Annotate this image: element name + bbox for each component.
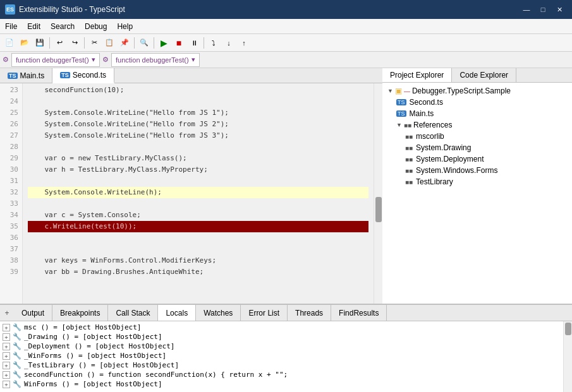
ts-icon-main: TS: [8, 73, 18, 79]
undo-button[interactable]: ↩: [52, 36, 66, 50]
scrollbar-thumb[interactable]: [375, 197, 382, 222]
tree-item-debugger.typescript.sample[interactable]: ▼▣—Debugger.TypeScript.Sample: [382, 85, 572, 97]
locals-icon: 🔧: [13, 333, 21, 341]
locals-icon: 🔧: [13, 323, 21, 331]
tree-item-label: Main.ts: [410, 109, 434, 118]
folder-dash-icon: —: [404, 88, 410, 95]
separator-4: [154, 37, 154, 49]
expand-button[interactable]: +: [3, 362, 10, 369]
nav-function-dropdown-right[interactable]: function debuggerTest() ▾: [111, 53, 200, 67]
tree-item-second.ts[interactable]: TSSecond.ts: [382, 97, 572, 108]
tree-item-label: System.Deployment: [416, 155, 484, 163]
step-over-button[interactable]: ⤵: [207, 36, 221, 50]
maximize-button[interactable]: □: [535, 3, 551, 16]
search-icon[interactable]: 🔍: [137, 36, 151, 50]
step-out-button[interactable]: ↑: [237, 36, 251, 50]
code-line-24: [28, 96, 368, 107]
code-content[interactable]: secondFunction(10); System.Console.Write…: [23, 83, 374, 304]
minimize-button[interactable]: —: [519, 3, 534, 16]
menu-help[interactable]: Help: [112, 19, 138, 33]
titlebar-left: ES Extensibility Studio - TypeScript: [5, 4, 125, 15]
tree-item-system.windows.forms[interactable]: ■■System.Windows.Forms: [382, 165, 572, 176]
locals-icon: 🔧: [13, 342, 21, 350]
output-content: +🔧msc () = [object HostObject]+🔧_Drawing…: [0, 321, 563, 392]
project-panel: Project Explorer Code Explorer ▼▣—Debugg…: [382, 68, 572, 304]
expand-button[interactable]: +: [3, 371, 10, 379]
tree-item-references[interactable]: ▼■■References: [382, 119, 572, 131]
output-scrollbar[interactable]: [563, 321, 572, 392]
nav-function-dropdown-left[interactable]: function debuggerTest() ▾: [11, 53, 100, 67]
tree-item-label: Debugger.TypeScript.Sample: [412, 86, 511, 95]
expand-button[interactable]: +: [3, 381, 10, 388]
tab-main-ts-label: Main.ts: [20, 71, 45, 80]
editor-tab-bar: TS Main.ts TS Second.ts: [0, 68, 382, 83]
stop-button[interactable]: ■: [172, 36, 186, 50]
output-scrollbar-thumb[interactable]: [565, 323, 571, 335]
ts-file-icon: TS: [396, 99, 406, 105]
menu-file[interactable]: File: [0, 19, 22, 33]
pause-button[interactable]: ⏸: [187, 36, 201, 50]
new-file-button[interactable]: 📄: [3, 36, 16, 50]
close-button[interactable]: ✕: [552, 3, 567, 16]
tab-breakpoints[interactable]: Breakpoints: [52, 305, 108, 321]
tab-find-results[interactable]: FindResults: [331, 305, 387, 321]
code-line-31: [28, 175, 368, 187]
redo-button[interactable]: ↪: [68, 36, 82, 50]
copy-button[interactable]: 📋: [102, 36, 116, 50]
menu-search[interactable]: Search: [46, 19, 80, 33]
tab-error-list[interactable]: Error List: [241, 305, 288, 321]
line-numbers: 2324252627282930313233343536373839: [0, 83, 23, 304]
save-button[interactable]: 💾: [33, 36, 47, 50]
toolbar: 📄 📂 💾 ↩ ↪ ✂ 📋 📌 🔍 ▶ ■ ⏸ ⤵ ↓ ↑: [0, 34, 572, 52]
tab-call-stack[interactable]: Call Stack: [108, 305, 158, 321]
locals-value: _Deployment () = [object HostObject]: [24, 342, 174, 350]
locals-value: _Drawing () = [object HostObject]: [24, 333, 162, 341]
chevron-icon: ▼: [396, 122, 402, 128]
menu-debug[interactable]: Debug: [80, 19, 112, 33]
chevron-down-icon: ▾: [92, 56, 95, 64]
ref-icon: ■■: [405, 167, 413, 174]
code-container: 2324252627282930313233343536373839 secon…: [0, 83, 382, 304]
code-line-25: System.Console.WriteLine("Hello from JS …: [28, 107, 368, 119]
tab-second-ts[interactable]: TS Second.ts: [52, 68, 114, 83]
menu-edit[interactable]: Edit: [22, 19, 46, 33]
code-line-23: secondFunction(10);: [28, 85, 368, 96]
ref-icon: ■■: [405, 179, 413, 186]
locals-value: _WinForms () = [object HostObject]: [24, 352, 166, 360]
ref-icon: ■■: [405, 133, 413, 140]
step-into-button[interactable]: ↓: [222, 36, 236, 50]
expand-button[interactable]: +: [3, 352, 10, 360]
locals-icon: 🔧: [13, 361, 21, 369]
editor-scrollbar[interactable]: [374, 83, 382, 304]
nav-left-icon: ⚙: [3, 56, 9, 64]
tab-project-explorer[interactable]: Project Explorer: [382, 68, 452, 82]
tree-item-label: References: [413, 121, 452, 129]
expand-button[interactable]: +: [3, 343, 10, 350]
tab-threads[interactable]: Threads: [288, 305, 331, 321]
tab-locals[interactable]: Locals: [158, 305, 196, 321]
separator-1: [49, 37, 50, 49]
expand-button[interactable]: +: [3, 333, 10, 341]
chevron-icon: ▼: [387, 88, 393, 94]
tab-main-ts[interactable]: TS Main.ts: [0, 68, 52, 83]
tab-output[interactable]: Output: [14, 305, 52, 321]
locals-row: +🔧_Drawing () = [object HostObject]: [3, 332, 561, 342]
add-panel-button[interactable]: +: [0, 305, 14, 321]
tree-item-system.drawing[interactable]: ■■System.Drawing: [382, 142, 572, 153]
tree-item-main.ts[interactable]: TSMain.ts: [382, 108, 572, 119]
panel-tab-bar: Project Explorer Code Explorer: [382, 68, 572, 83]
tree-item-mscorlib[interactable]: ■■mscorlib: [382, 131, 572, 142]
tab-code-explorer[interactable]: Code Explorer: [452, 68, 516, 82]
cut-button[interactable]: ✂: [87, 36, 101, 50]
tree-item-testlibrary[interactable]: ■■TestLibrary: [382, 176, 572, 187]
tab-watches[interactable]: Watches: [196, 305, 241, 321]
ts-file-icon: TS: [396, 110, 406, 117]
chevron-down-icon-2: ▾: [192, 56, 195, 64]
tree-item-system.deployment[interactable]: ■■System.Deployment: [382, 153, 572, 165]
run-button[interactable]: ▶: [157, 36, 171, 50]
paste-button[interactable]: 📌: [118, 36, 131, 50]
expand-button[interactable]: +: [3, 324, 10, 331]
code-line-30: var h = TestLibrary.MyClass.MyProperty;: [28, 164, 368, 175]
locals-row: +🔧_TestLibrary () = [object HostObject]: [3, 360, 561, 370]
open-file-button[interactable]: 📂: [18, 36, 32, 50]
